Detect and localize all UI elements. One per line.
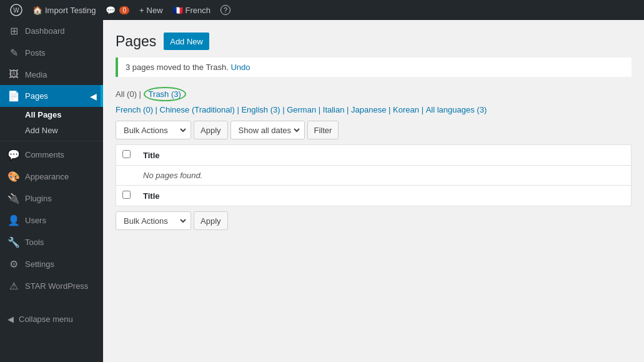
svg-text:W: W <box>13 7 19 14</box>
comments-icon: 💬 <box>106 6 116 15</box>
wp-logo-link[interactable]: W <box>5 0 27 20</box>
wp-logo-icon: W <box>10 4 22 16</box>
all-pages-label: All Pages <box>25 110 62 119</box>
lang-sep-7: | <box>422 105 426 114</box>
sidebar-label-media: Media <box>25 70 47 79</box>
plugins-icon: 🔌 <box>7 193 20 204</box>
sidebar-label-settings: Settings <box>25 259 54 269</box>
main-content: Pages Add New 3 pages moved to the Trash… <box>103 20 644 362</box>
bulk-actions-top-select[interactable]: Bulk Actions Edit Move to Trash <box>121 125 188 136</box>
title-header-label: Title <box>143 151 160 160</box>
lang-italian[interactable]: Italian <box>323 105 345 114</box>
sidebar: ⊞ Dashboard ✎ Posts 🖼 Media 📄 Pages ◀ Al… <box>0 20 103 362</box>
sidebar-label-dashboard: Dashboard <box>25 26 65 36</box>
date-filter-select[interactable]: Show all dates <box>236 125 302 136</box>
select-all-checkbox-top[interactable] <box>122 150 131 158</box>
sidebar-item-settings[interactable]: ⚙ Settings <box>0 253 103 275</box>
collapse-label: Collapse menu <box>19 314 73 324</box>
pages-arrow-icon: ◀ <box>90 91 97 101</box>
title-column-header: Title <box>137 145 632 166</box>
all-count: (0) <box>127 89 137 99</box>
select-all-checkbox-bottom[interactable] <box>122 191 131 199</box>
trash-notice: 3 pages moved to the Trash. Undo <box>116 58 632 77</box>
tools-icon: 🔧 <box>7 236 20 248</box>
sidebar-label-pages: Pages <box>25 91 48 101</box>
star-wp-icon: ⚠ <box>7 280 20 292</box>
add-new-sub-label: Add New <box>25 126 58 135</box>
comments-count: 0 <box>119 6 129 14</box>
status-filter-links: All (0) | Trash (3) <box>116 87 632 101</box>
sidebar-item-media[interactable]: 🖼 Media <box>0 64 103 85</box>
title-footer-header: Title <box>137 186 632 206</box>
sidebar-item-comments[interactable]: 💬 Comments <box>0 144 103 166</box>
lang-french[interactable]: French (0) <box>116 105 153 114</box>
sidebar-label-posts: Posts <box>25 48 46 58</box>
house-icon: 🏠 <box>32 6 42 15</box>
sidebar-section-comments: 💬 Comments 🎨 Appearance 🔌 Plugins 👤 User… <box>0 141 103 297</box>
title-footer-label: Title <box>143 191 160 201</box>
sidebar-label-tools: Tools <box>25 238 44 247</box>
apply-button-bottom[interactable]: Apply <box>194 211 228 230</box>
dashboard-icon: ⊞ <box>7 25 20 37</box>
lang-german[interactable]: German <box>287 105 316 114</box>
new-plus-icon: + <box>139 6 144 15</box>
notice-message: 3 pages moved to the Trash. <box>126 63 229 72</box>
bulk-controls-bottom: Bulk Actions Edit Move to Trash Apply <box>116 211 632 230</box>
lang-japanese[interactable]: Japanese <box>351 105 386 114</box>
sidebar-sub-add-new[interactable]: Add New <box>0 123 103 138</box>
no-pages-message: No pages found. <box>137 166 632 186</box>
pages-table: Title No pages found. Title <box>116 144 632 206</box>
bulk-actions-bottom-select[interactable]: Bulk Actions Edit Move to Trash <box>121 216 188 226</box>
language-label: French <box>186 6 211 15</box>
all-status-label: All <box>116 89 124 99</box>
bulk-controls-top: Bulk Actions Edit Move to Trash Apply Sh… <box>116 121 632 139</box>
users-icon: 👤 <box>7 214 20 226</box>
footer-checkbox-cell <box>116 186 137 206</box>
media-icon: 🖼 <box>7 69 20 80</box>
add-new-button[interactable]: Add New <box>164 33 209 50</box>
sidebar-item-appearance[interactable]: 🎨 Appearance <box>0 166 103 188</box>
language-switcher[interactable]: 🇫🇷 French <box>168 0 215 20</box>
new-content-link[interactable]: + New <box>134 0 168 20</box>
apply-button-top[interactable]: Apply <box>194 121 228 139</box>
sidebar-item-dashboard[interactable]: ⊞ Dashboard <box>0 20 103 42</box>
settings-icon: ⚙ <box>7 258 20 270</box>
bulk-actions-bottom-select-wrapper: Bulk Actions Edit Move to Trash <box>116 211 191 230</box>
sidebar-label-plugins: Plugins <box>25 194 52 203</box>
sidebar-label-comments: Comments <box>25 150 64 159</box>
sidebar-sub-all-pages[interactable]: All Pages <box>0 107 103 123</box>
filter-button[interactable]: Filter <box>307 121 339 139</box>
comments-link[interactable]: 💬 0 <box>101 0 134 20</box>
admin-bar: W 🏠 Import Testing 💬 0 + New 🇫🇷 French ? <box>0 0 644 20</box>
sidebar-item-pages[interactable]: 📄 Pages ◀ <box>0 85 103 107</box>
table-header-row: Title <box>116 145 632 166</box>
table-footer-row: Title <box>116 186 632 206</box>
sidebar-label-appearance: Appearance <box>25 172 69 181</box>
lang-english[interactable]: English (3) <box>241 105 280 114</box>
sidebar-item-tools[interactable]: 🔧 Tools <box>0 231 103 253</box>
lang-all[interactable]: All languages (3) <box>426 105 487 114</box>
pages-icon: 📄 <box>7 90 20 102</box>
lang-chinese[interactable]: Chinese (Traditional) <box>160 105 235 114</box>
page-title: Pages <box>116 33 156 50</box>
sidebar-item-posts[interactable]: ✎ Posts <box>0 42 103 64</box>
sidebar-item-users[interactable]: 👤 Users <box>0 209 103 231</box>
separator-1: | <box>139 89 144 99</box>
help-link[interactable]: ? <box>215 0 235 20</box>
sidebar-label-star-wp: STAR WordPress <box>25 281 88 291</box>
site-name-link[interactable]: 🏠 Import Testing <box>27 0 101 20</box>
collapse-icon: ◀ <box>7 314 14 324</box>
undo-link[interactable]: Undo <box>230 63 250 72</box>
lang-sep-4: | <box>319 105 323 114</box>
new-label: New <box>147 6 163 15</box>
lang-korean[interactable]: Korean <box>393 105 419 114</box>
page-header: Pages Add New <box>116 33 632 50</box>
posts-icon: ✎ <box>7 47 20 59</box>
comments-sidebar-icon: 💬 <box>7 149 20 161</box>
sidebar-label-users: Users <box>25 216 46 225</box>
sidebar-item-plugins[interactable]: 🔌 Plugins <box>0 188 103 209</box>
collapse-menu-button[interactable]: ◀ Collapse menu <box>0 309 103 329</box>
date-filter-wrapper: Show all dates <box>230 121 305 139</box>
trash-link[interactable]: Trash (3) <box>144 87 186 101</box>
sidebar-item-star-wordpress[interactable]: ⚠ STAR WordPress <box>0 275 103 297</box>
